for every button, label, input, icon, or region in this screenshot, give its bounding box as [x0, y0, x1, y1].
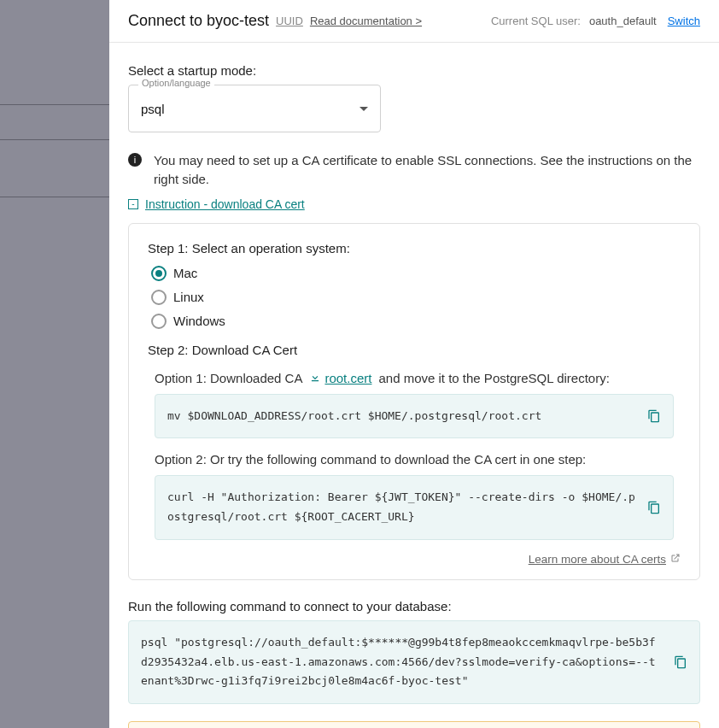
info-message: i You may need to set up a CA certificat… — [128, 151, 700, 189]
connect-code-block: psql "postgresql://oauth_default:$******… — [128, 620, 700, 704]
copy-button[interactable] — [644, 497, 664, 518]
option1-prefix: Option 1: Downloaded CA — [155, 371, 302, 385]
uuid-link[interactable]: UUID — [276, 15, 303, 27]
radio-icon — [151, 266, 167, 281]
external-link-icon — [670, 553, 681, 566]
radio-label: Mac — [173, 266, 197, 280]
info-text: You may need to set up a CA certificate … — [154, 151, 700, 189]
option1-suffix: and move it to the PostgreSQL directory: — [378, 371, 609, 385]
download-icon — [309, 371, 321, 385]
option2-label: Option 2: Or try the following command t… — [155, 452, 586, 467]
instruction-toggle[interactable]: - Instruction - download CA cert — [128, 197, 700, 211]
code-text: curl -H "Authorization: Bearer ${JWT_TOK… — [167, 490, 635, 523]
copy-button[interactable] — [644, 406, 664, 426]
sidebar-divider — [0, 139, 109, 140]
select-value: psql — [141, 102, 165, 116]
current-user-label: Current SQL user: — [491, 15, 581, 27]
connect-cmd-label: Run the following command to connect to … — [128, 599, 700, 614]
os-radio-linux[interactable]: Linux — [151, 290, 681, 305]
copy-button[interactable] — [670, 652, 691, 672]
option2-code-block: curl -H "Authorization: Bearer ${JWT_TOK… — [155, 475, 674, 540]
step1-label: Step 1: Select an operation system: — [148, 241, 681, 255]
option2-text: Option 2: Or try the following command t… — [155, 452, 681, 467]
radio-label: Linux — [173, 290, 204, 304]
startup-mode-label: Select a startup mode: — [128, 63, 700, 78]
documentation-link[interactable]: Read documentation > — [310, 15, 422, 27]
option1-code-block: mv $DOWNLOAD_ADDRESS/root.crt $HOME/.pos… — [155, 394, 674, 439]
os-radio-group: Mac Linux Windows — [151, 266, 681, 329]
radio-icon — [151, 314, 167, 329]
select-legend: Option/language — [138, 78, 214, 88]
instruction-toggle-label: Instruction - download CA cert — [145, 197, 305, 211]
current-user-value: oauth_default — [589, 15, 657, 27]
main-content: Connect to byoc-test UUID Read documenta… — [109, 0, 719, 728]
os-radio-mac[interactable]: Mac — [151, 266, 681, 281]
step2-label: Step 2: Download CA Cert — [148, 343, 681, 357]
learn-more-link[interactable]: Learn more about CA certs — [529, 553, 681, 566]
root-cert-label: root.cert — [324, 371, 371, 385]
root-cert-download-link[interactable]: root.cert — [309, 371, 371, 385]
password-warning: This password is only valid for 2 hours. — [128, 721, 700, 728]
startup-mode-select[interactable]: psql — [128, 85, 381, 132]
code-text: mv $DOWNLOAD_ADDRESS/root.crt $HOME/.pos… — [167, 409, 541, 422]
radio-icon — [151, 290, 167, 305]
sidebar-divider — [0, 197, 109, 197]
collapse-icon: - — [128, 199, 138, 209]
os-radio-windows[interactable]: Windows — [151, 314, 681, 329]
info-icon: i — [128, 153, 142, 167]
radio-label: Windows — [173, 314, 225, 328]
chevron-down-icon — [360, 107, 368, 111]
page-title: Connect to byoc-test — [128, 12, 269, 30]
sidebar-divider — [0, 104, 109, 105]
code-text: psql "postgresql://oauth_default:$******… — [141, 636, 656, 688]
option1-text: Option 1: Downloaded CA root.cert and mo… — [155, 371, 681, 385]
instruction-card: Step 1: Select an operation system: Mac … — [128, 223, 700, 580]
sidebar — [0, 0, 109, 728]
header-bar: Connect to byoc-test UUID Read documenta… — [109, 0, 719, 43]
learn-more-label: Learn more about CA certs — [529, 553, 666, 566]
switch-user-link[interactable]: Switch — [668, 15, 700, 27]
